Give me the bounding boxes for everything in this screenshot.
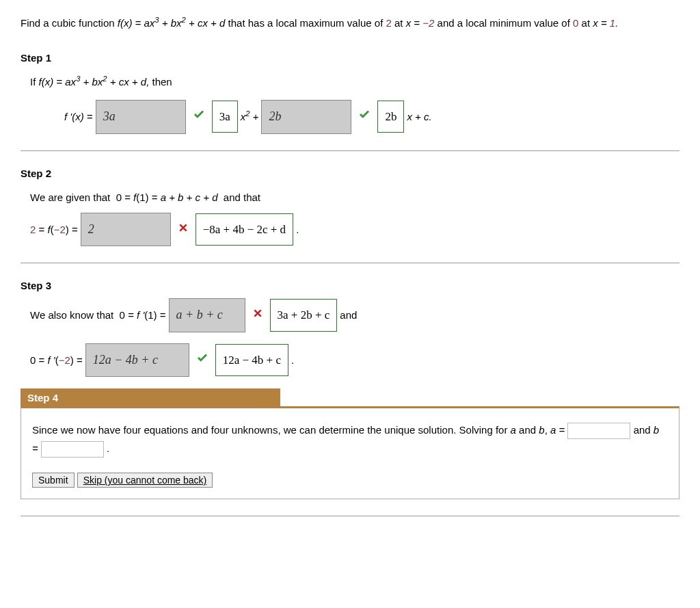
problem-statement: Find a cubic function f(x) = ax3 + bx2 +… xyxy=(21,14,679,31)
a-eq: a = xyxy=(550,424,567,436)
divider xyxy=(21,150,679,151)
value-2: 2 xyxy=(386,17,392,29)
correct-3a: 3a xyxy=(212,101,238,133)
fx: f(x) = ax3 + bx2 + cx + d, xyxy=(39,76,150,88)
input-b[interactable] xyxy=(41,441,104,458)
correct-2b: 2b xyxy=(377,101,404,133)
a: a xyxy=(511,424,516,436)
answer-box-2b[interactable]: 2b xyxy=(261,100,351,134)
step4-text: Since we now have four equations and fou… xyxy=(32,421,668,458)
dot: . xyxy=(107,442,109,454)
text: 0 = f '(−2) = xyxy=(30,349,83,371)
text: at xyxy=(582,17,593,29)
step4-header: Step 4 xyxy=(21,388,280,407)
text: and xyxy=(516,424,539,436)
step2-body: We are given that 0 = f(1) = a + b + c +… xyxy=(30,186,679,247)
b: b xyxy=(539,424,544,436)
text: , xyxy=(545,424,550,436)
step1-body: If f(x) = ax3 + bx2 + cx + d, then f '(x… xyxy=(30,70,679,134)
cross-icon xyxy=(252,304,263,326)
answer-box-fprime-neg2[interactable]: 12a − 4b + c xyxy=(85,343,189,378)
correct-fprime1: 3a + 2b + c xyxy=(270,299,338,331)
text: and a local minimum value of xyxy=(438,17,573,29)
answer-box-3a[interactable]: 3a xyxy=(96,100,186,134)
text: Find a cubic function xyxy=(21,17,118,29)
check-icon xyxy=(358,105,371,128)
text: then xyxy=(152,76,172,88)
text: and xyxy=(634,424,654,436)
dot: . xyxy=(291,349,294,371)
fx-expr: f(x) = ax3 + bx2 + cx + d xyxy=(118,17,226,29)
check-icon xyxy=(196,349,208,371)
step3-label: Step 3 xyxy=(21,280,679,291)
value-0: 0 xyxy=(573,17,578,29)
x-eq: x = 1. xyxy=(593,17,618,29)
text: at xyxy=(394,17,406,29)
answer-box-f-neg2[interactable]: 2 xyxy=(81,213,171,247)
input-a[interactable] xyxy=(567,423,630,439)
and: and xyxy=(340,304,357,326)
step1-label: Step 1 xyxy=(21,52,679,64)
divider xyxy=(21,516,679,516)
correct-fprime-neg2: 12a − 4b + c xyxy=(215,344,288,376)
step3-body: We also know that 0 = f '(1) = a + b + c… xyxy=(30,298,679,377)
dot: . xyxy=(296,218,299,241)
step2-line1: We are given that 0 = f(1) = a + b + c +… xyxy=(30,186,679,209)
text: Since we now have four equations and fou… xyxy=(32,424,511,436)
skip-button[interactable]: Skip (you cannot come back) xyxy=(77,473,213,488)
x-eq: x = −2 xyxy=(406,17,435,29)
check-icon xyxy=(193,105,205,128)
text: If xyxy=(30,76,39,88)
xc-text: x + c. xyxy=(407,105,431,128)
divider xyxy=(21,263,679,263)
correct-f-neg2: −8a + 4b − 2c + d xyxy=(196,213,293,246)
x2-text: x2 + xyxy=(241,105,259,128)
answer-box-fprime1[interactable]: a + b + c xyxy=(169,298,245,332)
eq-pre: 2 = f(−2) = xyxy=(30,218,78,241)
cross-icon xyxy=(178,218,189,241)
submit-button[interactable]: Submit xyxy=(32,473,75,488)
text: We also know that 0 = f '(1) = xyxy=(30,304,166,326)
text: that has a local maximum value of xyxy=(228,17,386,29)
fprime: f '(x) = xyxy=(64,105,93,128)
step4-box: Since we now have four equations and fou… xyxy=(21,406,679,499)
step2-label: Step 2 xyxy=(21,168,679,179)
